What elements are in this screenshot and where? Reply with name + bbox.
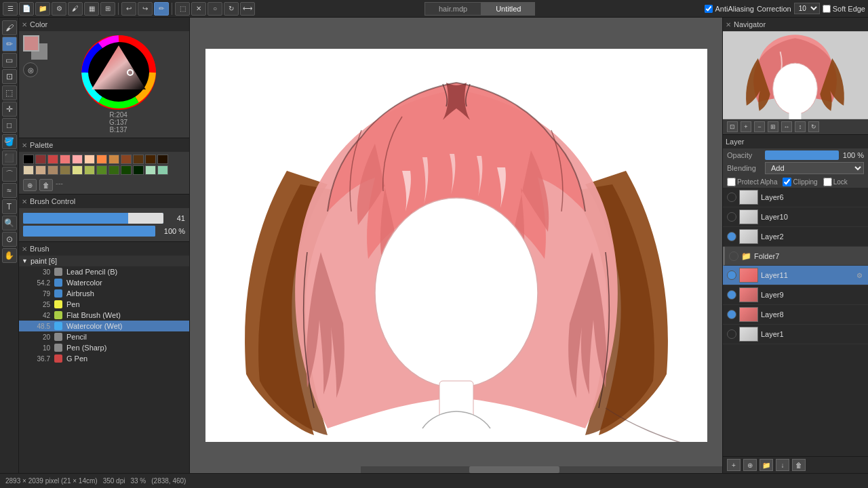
fill-tool-btn[interactable]: ⊡ bbox=[2, 69, 17, 84]
select-area-btn[interactable]: ⬛ bbox=[2, 150, 17, 165]
swatch-tan[interactable] bbox=[108, 155, 119, 164]
brush-item-1[interactable]: 54.2 Watercolor bbox=[19, 277, 189, 288]
bucket-btn[interactable]: 🪣 bbox=[2, 134, 17, 149]
brush-item-4[interactable]: 42 Flat Brush (Wet) bbox=[19, 310, 189, 321]
layer-vis-layer10[interactable] bbox=[727, 212, 736, 222]
brush-item-8[interactable]: 36.7 G Pen bbox=[19, 353, 189, 364]
layer-vis-folder7[interactable] bbox=[729, 251, 738, 261]
blur-btn[interactable]: ⊙ bbox=[2, 232, 17, 247]
layer-duplicate-btn[interactable]: ⊕ bbox=[743, 459, 757, 471]
brush-opacity-slider[interactable] bbox=[23, 226, 155, 237]
pencil-tool-icon[interactable]: ✏ bbox=[154, 2, 169, 16]
redo-icon[interactable]: ↪ bbox=[138, 2, 153, 16]
layer-vis-layer8[interactable] bbox=[727, 310, 736, 319]
swatch-29[interactable] bbox=[121, 165, 132, 175]
layer-vis-layer6[interactable] bbox=[727, 192, 736, 202]
layer-vis-layer9[interactable] bbox=[727, 290, 736, 300]
layer-item-layer6[interactable]: Layer6 bbox=[723, 188, 868, 207]
layer-settings-btn-layer11[interactable]: ⚙ bbox=[854, 270, 864, 280]
swatch-25[interactable] bbox=[72, 165, 83, 175]
swatch-darkbrown[interactable] bbox=[133, 155, 144, 164]
layers-icon[interactable]: ▦ bbox=[84, 2, 99, 16]
layer-vis-layer1[interactable] bbox=[727, 329, 736, 339]
swatch-27[interactable] bbox=[96, 165, 107, 175]
clipping-label[interactable]: Clipping bbox=[783, 178, 817, 186]
swatch-22[interactable] bbox=[35, 165, 46, 175]
nav-rotate-btn[interactable]: ↻ bbox=[808, 121, 819, 132]
protect-alpha-label[interactable]: Protect Alpha bbox=[727, 178, 777, 186]
blending-select[interactable]: Add Normal Multiply Screen bbox=[765, 162, 864, 174]
brush-tool-btn[interactable]: 🖌 bbox=[2, 20, 17, 35]
layer-vis-layer11[interactable] bbox=[727, 270, 736, 280]
brush-icon[interactable]: 🖌 bbox=[68, 2, 83, 16]
brush-item-6[interactable]: 20 Pencil bbox=[19, 331, 189, 342]
layer-folder-btn[interactable]: 📁 bbox=[760, 459, 773, 471]
soft-edge-checkbox[interactable] bbox=[823, 5, 831, 13]
swatch-13[interactable] bbox=[157, 155, 168, 164]
swatch-28[interactable] bbox=[108, 165, 119, 175]
undo-icon[interactable]: ↩ bbox=[121, 2, 136, 16]
color-fg-bg[interactable] bbox=[23, 35, 47, 60]
palette-close-btn[interactable]: ✕ bbox=[22, 142, 27, 149]
swatch-26[interactable] bbox=[84, 165, 95, 175]
swatch-black[interactable] bbox=[23, 155, 34, 164]
layer-item-layer9[interactable]: Layer9 bbox=[723, 285, 868, 305]
color-close-btn[interactable]: ✕ bbox=[22, 21, 27, 28]
brush-close-btn[interactable]: ✕ bbox=[22, 245, 27, 253]
transform-icon[interactable]: ✕ bbox=[191, 2, 206, 16]
swatch-24[interactable] bbox=[60, 165, 71, 175]
color-fg-swatch[interactable] bbox=[23, 35, 39, 52]
settings-icon[interactable]: ⚙ bbox=[52, 2, 66, 16]
canvas-container[interactable] bbox=[205, 49, 707, 442]
swatch-32[interactable] bbox=[157, 165, 168, 175]
color-mode-btn[interactable]: ◎ bbox=[23, 62, 38, 77]
layer-item-layer2[interactable]: Layer2 bbox=[723, 227, 868, 247]
layer-item-layer11[interactable]: Layer11 ⚙ bbox=[723, 266, 868, 285]
nav-flip-h-btn[interactable]: ↔ bbox=[781, 121, 792, 132]
layer-delete-btn[interactable]: 🗑 bbox=[792, 459, 806, 471]
swatch-23[interactable] bbox=[47, 165, 58, 175]
brush-item-7[interactable]: 10 Pen (Sharp) bbox=[19, 342, 189, 353]
layer-merge-btn[interactable]: ↓ bbox=[776, 459, 789, 471]
rect-tool-btn[interactable]: □ bbox=[2, 118, 17, 133]
layer-item-folder7[interactable]: 📁 Folder7 bbox=[723, 247, 868, 266]
tab-hair[interactable]: hair.mdp bbox=[425, 2, 481, 16]
navigator-preview[interactable] bbox=[723, 31, 868, 119]
nav-zoom-in-btn[interactable]: + bbox=[741, 121, 751, 132]
select-tool-icon[interactable]: ⬚ bbox=[175, 2, 190, 16]
swatch-31[interactable] bbox=[145, 165, 156, 175]
antialiasing-checkbox[interactable] bbox=[705, 5, 713, 13]
canvas-scrollbar-h[interactable] bbox=[361, 466, 722, 473]
layer-new-btn[interactable]: + bbox=[727, 459, 741, 471]
open-icon[interactable]: 📁 bbox=[35, 2, 50, 16]
brush-control-close-btn[interactable]: ✕ bbox=[22, 198, 27, 205]
swatch-red[interactable] bbox=[47, 155, 58, 164]
clipping-checkbox[interactable] bbox=[783, 178, 791, 186]
swatch-salmon[interactable] bbox=[84, 155, 95, 164]
brush-item-5[interactable]: 48.5 Watercolor (Wet) bbox=[19, 321, 189, 331]
swatch-darkred[interactable] bbox=[35, 155, 46, 164]
layer-opacity-slider[interactable] bbox=[765, 150, 839, 160]
swatch-orange[interactable] bbox=[96, 155, 107, 164]
lasso-btn[interactable]: ⌒ bbox=[2, 167, 17, 182]
circle-icon[interactable]: ○ bbox=[208, 2, 222, 16]
nav-flip-v-btn[interactable]: ↕ bbox=[795, 121, 806, 132]
pen-tool-btn[interactable]: ✏ bbox=[2, 37, 17, 52]
swatch-pink[interactable] bbox=[60, 155, 71, 164]
color-wheel[interactable] bbox=[81, 35, 156, 110]
brush-group-paint[interactable]: ▼ paint [6] bbox=[19, 256, 189, 266]
smudge-btn[interactable]: ≈ bbox=[2, 183, 17, 198]
swatch-brown[interactable] bbox=[121, 155, 132, 164]
swatch-lightpink[interactable] bbox=[72, 155, 83, 164]
scrollbar-thumb-h[interactable] bbox=[469, 466, 559, 473]
swatch-30[interactable] bbox=[133, 165, 144, 175]
palette-add-btn[interactable]: ⊕ bbox=[23, 179, 37, 191]
tab-untitled[interactable]: Untitled bbox=[481, 2, 535, 16]
layer-item-layer10[interactable]: Layer10 bbox=[723, 207, 868, 227]
protect-alpha-checkbox[interactable] bbox=[727, 178, 736, 186]
brush-size-slider[interactable] bbox=[23, 213, 163, 224]
grid-icon[interactable]: ⊞ bbox=[100, 2, 115, 16]
eyedropper-btn[interactable]: 🔍 bbox=[2, 216, 17, 230]
canvas-area[interactable] bbox=[190, 18, 722, 473]
lock-label[interactable]: Lock bbox=[823, 178, 848, 186]
